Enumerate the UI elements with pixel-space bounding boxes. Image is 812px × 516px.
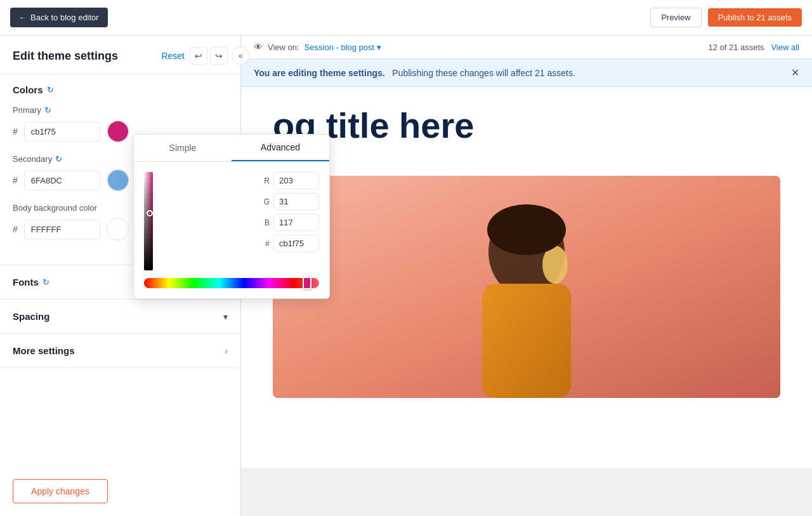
more-settings-section-header-left: More settings — [13, 345, 75, 356]
colors-refresh-icon[interactable]: ↻ — [47, 85, 54, 95]
svg-point-4 — [487, 204, 566, 255]
fonts-section-header-left: Fonts ↻ — [13, 277, 49, 288]
publish-button[interactable]: Publish to 21 assets — [708, 8, 802, 27]
primary-color-swatch[interactable] — [107, 120, 129, 143]
color-picker-popup: Simple Advanced R — [133, 134, 330, 299]
view-on-session: Session - blog post — [304, 43, 375, 52]
eye-icon: 👁 — [254, 42, 263, 52]
info-banner: You are editing theme settings. Publishi… — [241, 59, 812, 87]
picker-tabs: Simple Advanced — [134, 135, 329, 162]
back-arrow-icon: ← — [19, 13, 27, 22]
more-settings-section-label: More settings — [13, 345, 75, 356]
colors-section-label: Colors — [13, 84, 43, 95]
primary-color-label: Primary ↻ — [13, 105, 228, 115]
hex-field-row: # — [261, 235, 319, 252]
spacing-section-header-left: Spacing — [13, 311, 49, 322]
blog-hero-svg — [273, 176, 780, 398]
secondary-hash: # — [13, 175, 18, 185]
view-on-right: 12 of 21 assets View all — [708, 43, 799, 52]
picker-inner: R G B # — [144, 172, 319, 270]
b-input[interactable] — [273, 214, 319, 231]
sidebar-header-actions: Reset ↩ ↪ — [161, 47, 228, 65]
reset-button[interactable]: Reset — [161, 51, 185, 61]
r-field-row: R — [261, 172, 319, 189]
g-input[interactable] — [273, 193, 319, 210]
b-label: B — [261, 218, 270, 227]
view-on-bar: 👁 View on: Session - blog post ▾ 12 of 2… — [241, 36, 812, 59]
secondary-color-swatch[interactable] — [107, 169, 129, 192]
picker-cursor — [147, 210, 153, 216]
hex-input[interactable] — [273, 235, 319, 252]
b-field-row: B — [261, 214, 319, 231]
color-gradient-canvas[interactable] — [144, 172, 153, 270]
spacing-section: Spacing ▾ — [0, 300, 240, 334]
more-settings-section-header[interactable]: More settings › — [0, 334, 240, 367]
view-on-chevron-icon: ▾ — [377, 43, 381, 52]
preview-button[interactable]: Preview — [650, 8, 701, 27]
apply-changes-container: Apply changes — [0, 466, 240, 516]
top-bar: ← Back to blog editor Preview Publish to… — [0, 0, 812, 36]
picker-tab-advanced[interactable]: Advanced — [232, 135, 329, 161]
undo-button[interactable]: ↩ — [190, 47, 207, 65]
spacing-chevron-icon: ▾ — [223, 312, 228, 322]
hex-hash-label: # — [261, 239, 270, 248]
view-on-label: View on: — [268, 43, 299, 52]
body-bg-hash: # — [13, 224, 18, 234]
r-label: R — [261, 176, 270, 185]
picker-body: R G B # — [134, 162, 329, 298]
blog-image — [273, 176, 780, 398]
undo-redo-controls: ↩ ↪ — [190, 47, 228, 65]
assets-count: 12 of 21 assets — [708, 43, 764, 52]
main-layout: Edit theme settings Reset ↩ ↪ « Colors ↻ — [0, 36, 812, 516]
colors-section-header-left: Colors ↻ — [13, 84, 54, 95]
spacing-section-label: Spacing — [13, 311, 49, 322]
sidebar-header: Edit theme settings Reset ↩ ↪ — [0, 36, 240, 74]
secondary-color-input[interactable] — [24, 171, 100, 190]
primary-color-input[interactable] — [24, 122, 100, 142]
r-input[interactable] — [273, 172, 319, 189]
apply-changes-button[interactable]: Apply changes — [13, 479, 108, 503]
picker-right: R G B # — [261, 172, 319, 270]
redo-button[interactable]: ↪ — [210, 47, 228, 65]
sidebar-title: Edit theme settings — [13, 50, 118, 63]
more-settings-section: More settings › — [0, 334, 240, 368]
body-bg-color-input[interactable] — [24, 220, 100, 239]
info-banner-body: Publishing these changes will affect 21 … — [392, 68, 575, 78]
collapse-sidebar-button[interactable]: « — [232, 47, 249, 65]
primary-refresh-icon[interactable]: ↻ — [44, 105, 51, 115]
primary-hash: # — [13, 126, 18, 136]
view-on-select[interactable]: Session - blog post ▾ — [304, 43, 382, 52]
top-bar-actions: Preview Publish to 21 assets — [650, 8, 802, 27]
spacing-section-header[interactable]: Spacing ▾ — [0, 300, 240, 333]
hue-bar[interactable] — [144, 278, 319, 288]
fonts-refresh-icon[interactable]: ↻ — [43, 277, 49, 287]
view-on-left: 👁 View on: Session - blog post ▾ — [254, 42, 381, 52]
g-label: G — [261, 197, 270, 206]
blog-title: og title here — [273, 106, 780, 145]
body-bg-color-swatch[interactable] — [107, 218, 129, 241]
picker-fields: R G B # — [261, 172, 319, 252]
fonts-section-label: Fonts — [13, 277, 39, 288]
blog-image-person — [273, 176, 780, 398]
back-button[interactable]: ← Back to blog editor — [10, 8, 108, 27]
hue-thumb — [303, 277, 311, 289]
info-banner-text: You are editing theme settings. Publishi… — [254, 68, 575, 78]
info-banner-bold: You are editing theme settings. — [254, 68, 385, 78]
sidebar: Edit theme settings Reset ↩ ↪ « Colors ↻ — [0, 36, 241, 516]
blog-subtitle: in — [273, 152, 780, 163]
info-banner-close-button[interactable]: ✕ — [791, 67, 799, 79]
g-field-row: G — [261, 193, 319, 210]
view-all-link[interactable]: View all — [771, 43, 799, 52]
svg-rect-2 — [482, 284, 571, 398]
back-label: Back to blog editor — [30, 13, 99, 22]
picker-tab-simple[interactable]: Simple — [134, 135, 232, 161]
more-settings-chevron-icon: › — [225, 346, 228, 356]
secondary-refresh-icon[interactable]: ↻ — [55, 154, 62, 164]
colors-section-header[interactable]: Colors ↻ — [0, 74, 240, 105]
